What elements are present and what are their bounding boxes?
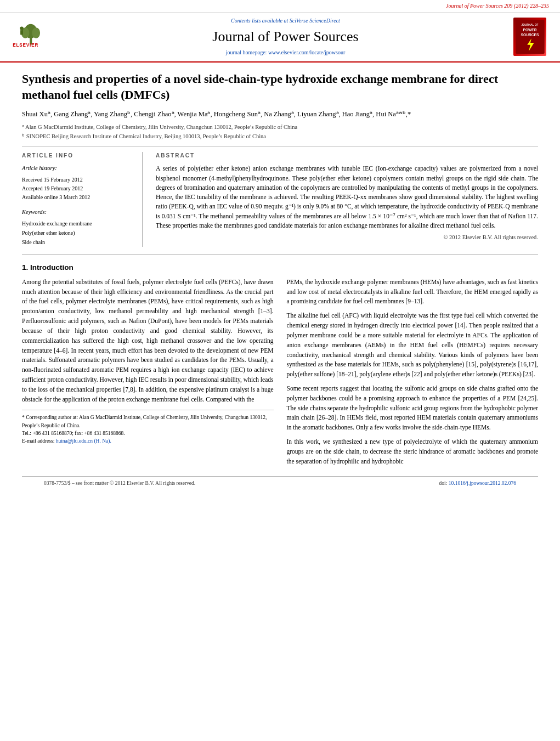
divider-2 [22, 254, 538, 255]
body-right: PEMs, the hydroxide exchange polymer mem… [287, 278, 539, 471]
page: Journal of Power Sources 209 (2012) 228–… [0, 0, 560, 741]
intro-paragraph-1: Among the potential substitutes of fossi… [22, 278, 274, 405]
accepted-date: Accepted 19 February 2012 [22, 184, 133, 193]
footnote-area: * Corresponding author at: Alan G MacDia… [22, 410, 274, 445]
footnote-email: E-mail address: huina@jlu.edu.cn (H. Na)… [22, 437, 274, 445]
article-history: Article history: Received 15 February 20… [22, 164, 133, 202]
keywords-list: Hydroxide exchange membrane Poly(ether e… [22, 219, 133, 247]
section-heading: 1. Introduction [22, 263, 538, 273]
doi-label: doi: [439, 480, 448, 486]
abstract-col: ABSTRACT A series of poly(ether ether ke… [156, 152, 538, 246]
journal-header: Journal of Power Sources 209 (2012) 228–… [0, 0, 560, 63]
article-info-col: ARTICLE INFO Article history: Received 1… [22, 152, 143, 246]
journal-logo-right: JOURNAL OF POWER SOURCES [511, 18, 549, 56]
abstract-text: A series of poly(ether ether ketone) ani… [156, 164, 538, 230]
intro-paragraph-4: Some recent reports suggest that locatin… [287, 384, 539, 433]
email-address[interactable]: huina@jlu.edu.cn (H. Na). [56, 438, 111, 444]
journal-top-bar: Journal of Power Sources 209 (2012) 228–… [0, 0, 560, 13]
power-sources-badge: JOURNAL OF POWER SOURCES [513, 18, 546, 56]
elsevier-logo: ELSEVIER [11, 23, 60, 50]
svg-rect-5 [20, 30, 23, 35]
svg-point-4 [20, 27, 24, 31]
svg-point-3 [32, 27, 40, 38]
history-title: Article history: [22, 164, 133, 173]
copyright-line: © 2012 Elsevier B.V. All rights reserved… [156, 234, 538, 242]
svg-text:ELSEVIER: ELSEVIER [13, 43, 38, 48]
sciverse-link-text[interactable]: SciVerse ScienceDirect [290, 18, 340, 24]
intro-paragraph-5: In this work, we synthesized a new type … [287, 437, 539, 466]
journal-name: Journal of Power Sources [71, 27, 500, 47]
issn-line: 0378-7753/$ – see front matter © 2012 El… [44, 480, 195, 487]
bottom-bar: 0378-7753/$ – see front matter © 2012 El… [22, 476, 538, 490]
abstract-label: ABSTRACT [156, 152, 538, 160]
affiliations: ᵃ Alan G MacDiarmid Institute, College o… [22, 123, 538, 140]
keywords-title: Keywords: [22, 208, 133, 217]
doi-line: doi: 10.1016/j.jpowsour.2012.02.076 [439, 480, 516, 487]
svg-text:SOURCES: SOURCES [521, 33, 539, 37]
authors: Shuai Xuᵃ, Gang Zhangᵃ, Yang Zhangᵇ, Che… [22, 110, 538, 120]
available-date: Available online 3 March 2012 [22, 193, 133, 202]
journal-title-area: ELSEVIER Contents lists available at Sci… [0, 13, 560, 61]
article-info-label: ARTICLE INFO [22, 152, 133, 160]
keyword-1: Hydroxide exchange membrane [22, 219, 133, 228]
footnote-tel: Tel.: +86 431 85168870; fax: +86 431 851… [22, 429, 274, 437]
body-left: Among the potential substitutes of fossi… [22, 278, 274, 471]
keyword-3: Side chain [22, 237, 133, 247]
article-info-abstract: ARTICLE INFO Article history: Received 1… [22, 152, 538, 246]
doi-value[interactable]: 10.1016/j.jpowsour.2012.02.076 [449, 480, 516, 486]
affiliation-b: ᵇ SINOPEC Beijing Research Institute of … [22, 133, 538, 141]
received-date: Received 15 February 2012 [22, 176, 133, 184]
section-number: 1. [22, 263, 28, 271]
intro-paragraph-3: The alkaline fuel cell (AFC) with liquid… [287, 311, 539, 380]
homepage-label: journal homepage: [226, 49, 267, 55]
article-title: Synthesis and properties of a novel side… [22, 71, 538, 103]
svg-text:JOURNAL OF: JOURNAL OF [521, 24, 538, 27]
footnote-corresponding: * Corresponding author at: Alan G MacDia… [22, 414, 274, 429]
article-content: Synthesis and properties of a novel side… [0, 63, 560, 499]
keyword-2: Poly(ether ether ketone) [22, 228, 133, 237]
intro-paragraph-2: PEMs, the hydroxide exchange polymer mem… [287, 278, 539, 307]
journal-center: Contents lists available at SciVerse Sci… [71, 17, 500, 56]
homepage-url[interactable]: www.elsevier.com/locate/jpowsour [268, 49, 345, 55]
svg-text:POWER: POWER [523, 28, 536, 32]
journal-ref: Journal of Power Sources 209 (2012) 228–… [446, 3, 549, 9]
affiliation-a: ᵃ Alan G MacDiarmid Institute, College o… [22, 123, 538, 132]
sciverse-text: Contents lists available at [231, 18, 288, 24]
introduction-section: 1. Introduction Among the potential subs… [22, 263, 538, 471]
sciverse-link: Contents lists available at SciVerse Sci… [71, 17, 500, 25]
section-title: Introduction [30, 263, 73, 271]
divider-1 [22, 146, 538, 146]
body-two-col: Among the potential substitutes of fossi… [22, 278, 538, 471]
keywords-section: Keywords: Hydroxide exchange membrane Po… [22, 208, 133, 247]
email-label: E-mail address: [22, 438, 54, 444]
journal-homepage: journal homepage: www.elsevier.com/locat… [71, 49, 500, 56]
